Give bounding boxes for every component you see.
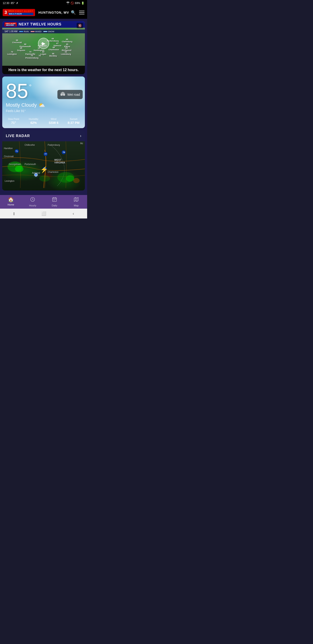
radar-parkersburg: Parkersburg [48,144,60,146]
radar-mc: Mc [80,142,83,145]
radar-chillicothe: Chillicothe [24,144,35,146]
radar-portsmouth: Portsmouth [24,163,36,166]
live-radar-card[interactable]: LIVE RADAR › [2,130,85,190]
hourly-icon [30,197,35,204]
home-button[interactable]: ⬜ [41,211,46,216]
weather-card: 85 ° Wet road Mostly Cloudy [2,76,85,128]
map-label: Map [74,204,79,207]
battery-percent: 69% [75,2,80,5]
city-spencer: 67Spencer [53,42,61,47]
legend-rain: RAIN [24,30,29,33]
logo-number: 3 [4,10,7,15]
system-nav: ⫿ ⬜ ‹ [0,209,87,218]
condition-icon: ⛅ [38,102,45,108]
condition-text: Mostly Cloudy [6,102,37,108]
daily-icon [52,197,57,204]
map-icon [73,197,79,204]
do-not-disturb-icon: 🚫 [71,2,74,5]
radar-hamilton: Hamilton [4,147,12,150]
city-prestonsburg: 70Prestonsburg [25,54,39,59]
radar-charleston: Charleston [48,171,58,173]
weather-main: 85 ° Wet road Mostly Cloudy [2,76,85,115]
header-location: HUNTINGTON, WV 🔍 [38,10,76,15]
video-title: NEXT TWELVE HOURS [18,22,61,26]
highway-71: 71 [15,149,19,153]
status-bar: 12:30 85° ✗ 🚫 69% 🔋 [0,0,87,6]
city-extra-70: 70 [39,54,41,57]
wet-road-badge: Wet road [57,90,83,99]
feels-like: Feels Like 91° [6,109,81,113]
recent-apps-button[interactable]: ⫿ [13,211,15,216]
radar-georgetown: Georgetown [9,163,21,166]
radar-map[interactable]: Chillicothe Hamilton Parkersburg Cincinn… [2,141,85,190]
logo-wsaz: WSAZ [8,10,14,12]
highway-79: 79 [62,150,66,154]
radar-west-virginia: WESTVIRGINIA [54,158,65,164]
bottom-nav: 🏠 Home Hourly Daily [0,195,87,209]
app-logo: 3 WSAZ FIRST ALERT WEATHER [3,9,35,16]
hourly-label: Hourly [29,204,36,207]
back-button[interactable]: ‹ [73,211,74,216]
volume-icon[interactable]: 🔇 [77,23,83,28]
city-lewisburg: 63Lewisburg [61,51,71,55]
svg-point-6 [66,175,74,182]
video-date-row: SAT 1:00 AM RAIN MIXED SNOW [2,30,85,33]
legend-snow: SNOW [48,30,54,33]
live-radar-header[interactable]: LIVE RADAR › [2,130,85,141]
weather-condition: Mostly Cloudy ⛅ [6,102,81,108]
home-icon: 🏠 [8,197,14,202]
logo-alert: FIRST ALERT [15,10,33,12]
nav-hourly[interactable]: Hourly [22,197,44,207]
svg-point-7 [39,175,50,182]
home-label: Home [7,203,14,206]
legend-mixed: MIXED [35,30,42,33]
wet-road-icon [60,92,65,97]
nav-daily[interactable]: Daily [43,197,65,207]
live-radar-title: LIVE RADAR [6,134,30,138]
city-clarksburg: 66Clarksburg [62,38,72,43]
nav-home[interactable]: 🏠 Home [0,197,22,207]
status-time: 12:30 [3,2,9,5]
logo-weather: WEATHER [8,13,33,16]
temperature-degree: ° [29,83,31,90]
daily-label: Daily [52,204,57,207]
main-content: 69Cincinnati 69Parkersburg 66Clarksburg … [0,19,87,195]
badge-first-alert: FIRST ALERT [5,23,16,24]
nav-map[interactable]: Map [65,197,87,207]
city-grayson: 68Grayson [17,47,25,52]
video-datetime: SAT 1:00 AM [4,30,17,33]
radar-lexington: Lexington [5,180,14,182]
menu-button[interactable] [79,11,84,14]
location-text: HUNTINGTON, WV [38,11,69,14]
wet-road-label: Wet road [67,93,80,96]
search-button[interactable]: 🔍 [71,10,76,15]
video-overlay-header: FIRST ALERT WEATHER NEXT TWELVE HOURS [2,21,85,28]
city-charleston: 66Charleston [48,46,59,51]
video-container[interactable]: 69Cincinnati 69Parkersburg 66Clarksburg … [2,21,85,66]
battery-icon: 🔋 [81,2,84,5]
temperature-value: 85 [6,81,28,101]
radar-chevron: › [80,134,81,138]
logo-text-block: WSAZ FIRST ALERT WEATHER [8,10,33,16]
video-card: 69Cincinnati 69Parkersburg 66Clarksburg … [2,21,85,74]
city-lexington: 70Lexington [7,51,17,55]
play-button[interactable]: ▶ [38,38,49,49]
wifi-icon [66,2,70,5]
status-temp: 85° [11,2,15,5]
city-beckley: 68Beckley [49,52,57,57]
radar-cincinnati: Cincinnati [4,155,14,158]
city-cincinnati: 69Cincinnati [12,39,22,44]
badge-weather: WEATHER [5,24,16,26]
notification-icon: ✗ [16,2,18,5]
svg-point-8 [73,178,79,183]
svg-point-4 [15,166,23,172]
app-header: 3 WSAZ FIRST ALERT WEATHER HUNTINGTON, W… [0,6,87,19]
city-logan: 69Logan [40,51,46,55]
video-caption: Here is the weather for the next 12 hour… [2,66,85,74]
lightning-icon: ⚡ [40,166,48,173]
